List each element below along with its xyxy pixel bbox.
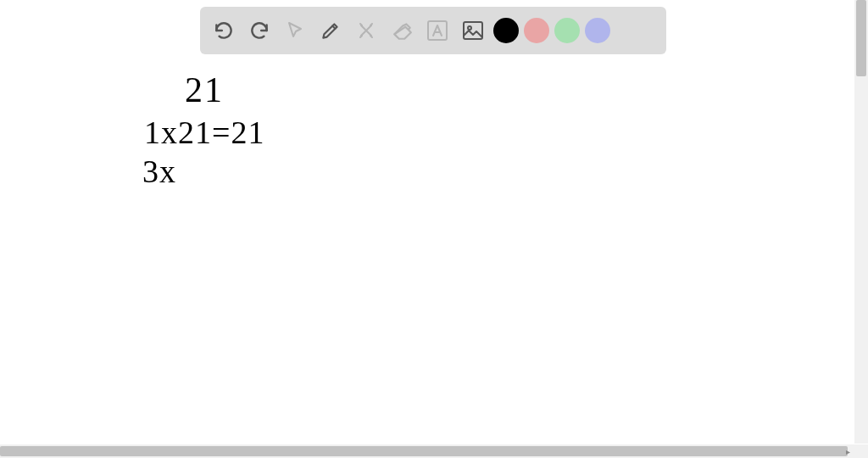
redo-button[interactable] xyxy=(244,15,275,46)
svg-rect-1 xyxy=(464,22,482,39)
color-green[interactable] xyxy=(554,18,580,43)
horizontal-scrollbar-thumb[interactable] xyxy=(0,446,848,456)
color-black[interactable] xyxy=(493,18,519,43)
drawing-canvas[interactable]: 21 1x21=21 3x xyxy=(0,59,868,441)
eraser-button[interactable] xyxy=(387,15,417,46)
color-pink[interactable] xyxy=(524,18,549,43)
horizontal-scrollbar[interactable]: ▸ xyxy=(0,444,854,458)
text-a-icon xyxy=(426,20,448,42)
crossed-tools-icon xyxy=(356,20,376,41)
undo-icon xyxy=(213,20,235,42)
handwritten-text-line3: 3x xyxy=(142,153,176,190)
eraser-icon xyxy=(391,20,413,42)
handwritten-text-line2: 1x21=21 xyxy=(144,114,264,151)
pointer-icon xyxy=(285,20,305,41)
scrollbar-corner xyxy=(854,444,868,458)
drawing-toolbar xyxy=(200,7,666,54)
color-purple[interactable] xyxy=(585,18,610,43)
image-button[interactable] xyxy=(458,15,488,46)
svg-point-2 xyxy=(468,26,471,30)
vertical-scrollbar[interactable] xyxy=(854,0,868,444)
pen-button[interactable] xyxy=(315,15,346,46)
image-icon xyxy=(462,20,484,42)
pointer-button[interactable] xyxy=(280,15,310,46)
handwritten-text-line1: 21 xyxy=(185,70,224,110)
scrollbar-right-arrow-icon[interactable]: ▸ xyxy=(841,444,854,458)
undo-button[interactable] xyxy=(209,15,239,46)
tools-button[interactable] xyxy=(351,15,381,46)
svg-rect-0 xyxy=(428,21,447,40)
redo-icon xyxy=(248,20,270,42)
pen-icon xyxy=(320,20,342,42)
vertical-scrollbar-thumb[interactable] xyxy=(856,0,866,76)
text-button[interactable] xyxy=(422,15,453,46)
